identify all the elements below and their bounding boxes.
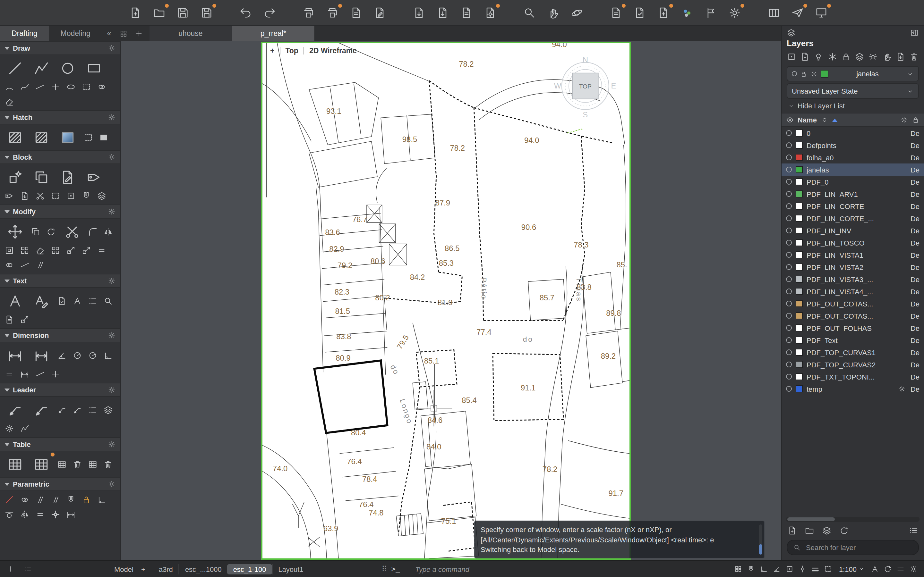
settings-icon[interactable]: [909, 565, 918, 573]
parallel-constraint-tool[interactable]: [49, 493, 62, 506]
layer-status-icon[interactable]: [786, 301, 792, 306]
layer-list-header[interactable]: Name: [782, 113, 924, 127]
move-tool[interactable]: [3, 221, 27, 242]
layer-visibility-icon[interactable]: [814, 52, 824, 61]
divide-tool[interactable]: [95, 80, 108, 93]
palette-tab-drafting[interactable]: Drafting: [0, 26, 49, 41]
linear-dimension-tool[interactable]: [3, 344, 27, 366]
layer-color-swatch[interactable]: [796, 349, 803, 356]
sort-arrows-icon[interactable]: [821, 116, 829, 124]
lineweight-display-icon[interactable]: [811, 565, 820, 573]
add-leader-tool[interactable]: [55, 403, 69, 416]
layer-row[interactable]: PDF_LIN_CORTEDe: [782, 200, 924, 212]
hide-layer-list-toggle[interactable]: Hide Layer List: [782, 99, 924, 113]
multileader-edit-tool[interactable]: [29, 399, 53, 421]
attribute-manager-tool[interactable]: [81, 166, 106, 188]
object-snap-tracking-icon[interactable]: [798, 565, 807, 573]
diameter-dimension-tool[interactable]: [86, 348, 99, 362]
layer-status-icon[interactable]: [786, 374, 792, 380]
scale-tool[interactable]: [79, 243, 93, 257]
layer-row[interactable]: 0De: [782, 127, 924, 139]
section-settings-icon[interactable]: [108, 332, 115, 339]
layout-tab[interactable]: esc_1-100: [228, 564, 272, 574]
layer-color-swatch[interactable]: [796, 288, 803, 295]
bold-building-outline[interactable]: [314, 361, 388, 433]
tangent-constraint-tool[interactable]: [3, 508, 16, 521]
application-options-button[interactable]: [726, 4, 743, 21]
layer-row[interactable]: PDF_TextDe: [782, 334, 924, 346]
offset-tool[interactable]: [3, 243, 16, 257]
line-tool[interactable]: [3, 57, 27, 79]
attach-reference-button[interactable]: [458, 4, 475, 21]
region-tool[interactable]: [79, 80, 93, 93]
radius-dimension-tool[interactable]: [71, 348, 84, 362]
layer-color-swatch[interactable]: [796, 227, 803, 234]
layer-freeze-icon[interactable]: [827, 52, 837, 61]
dimension-break-tool[interactable]: [33, 367, 47, 381]
define-attribute-tool[interactable]: [3, 189, 16, 203]
gradient-tool[interactable]: [55, 126, 79, 148]
layer-status-icon[interactable]: [786, 264, 792, 270]
mirror-tool[interactable]: [102, 225, 115, 238]
layer-status-icon[interactable]: [786, 167, 792, 172]
section-header-text[interactable]: Text: [0, 274, 120, 288]
fix-constraint-tool[interactable]: [49, 508, 62, 521]
layer-status-icon[interactable]: [786, 313, 792, 319]
file-tab[interactable]: uhouse: [150, 26, 232, 41]
open-file-button[interactable]: [151, 4, 168, 21]
new-group-filter-icon[interactable]: [804, 526, 814, 535]
compass-east[interactable]: E: [611, 81, 616, 90]
perpendicular-constraint-tool[interactable]: [95, 493, 108, 506]
layer-color-swatch[interactable]: [796, 203, 803, 210]
adjust-tool[interactable]: [64, 189, 78, 203]
multiline-text-tool[interactable]: [3, 290, 27, 311]
delete-layer-icon[interactable]: [909, 52, 919, 61]
layer-color-swatch[interactable]: [796, 239, 803, 246]
snap-mode-icon[interactable]: [747, 565, 756, 573]
layer-lock-icon[interactable]: [841, 52, 851, 61]
section-settings-icon[interactable]: [108, 208, 115, 215]
symmetric-constraint-tool[interactable]: [18, 508, 31, 521]
layer-status-icon[interactable]: [786, 215, 792, 221]
clip-tool[interactable]: [33, 189, 47, 203]
transparency-icon[interactable]: [824, 565, 833, 573]
layer-row[interactable]: PDF_OUT_COTAS...De: [782, 309, 924, 322]
wipeout-tool[interactable]: [3, 95, 16, 108]
stretch-tool[interactable]: [64, 243, 78, 257]
pan-button[interactable]: [545, 4, 561, 21]
layer-row[interactable]: PDF_LIN_VISTA3_...De: [782, 273, 924, 285]
layer-row[interactable]: PDF_LIN_CORTE_...De: [782, 212, 924, 224]
insert-column-tool[interactable]: [86, 458, 99, 471]
scrollbar-thumb[interactable]: [759, 544, 762, 554]
coincident-constraint-tool[interactable]: [18, 493, 31, 506]
layer-color-swatch[interactable]: [796, 337, 803, 343]
point-tool[interactable]: [49, 80, 62, 93]
file-tabs-menu-button[interactable]: [116, 26, 132, 41]
copy-tool[interactable]: [29, 225, 42, 238]
layer-row[interactable]: tempDe: [782, 383, 924, 395]
layer-color-swatch[interactable]: [796, 190, 803, 197]
layout-tab[interactable]: Layout1: [272, 564, 309, 574]
aligned-dimension-tool[interactable]: [29, 344, 53, 366]
infer-constraints-tool[interactable]: [3, 493, 16, 506]
layer-status-icon[interactable]: [786, 191, 792, 197]
graphics-performance-button[interactable]: [813, 4, 830, 21]
scrollbar-thumb[interactable]: [787, 517, 835, 521]
share-drawing-button[interactable]: [789, 4, 806, 21]
save-all-button[interactable]: [198, 4, 215, 21]
layer-status-icon[interactable]: [786, 350, 792, 355]
layer-color-swatch[interactable]: [796, 324, 803, 332]
column-settings-icon[interactable]: [909, 526, 918, 535]
layer-row[interactable]: PDF_TOP_CURVAS1De: [782, 346, 924, 358]
angular-dimension-tool[interactable]: [55, 348, 69, 362]
freeze-column-icon[interactable]: [900, 116, 908, 124]
new-drawing-tab-button[interactable]: [132, 26, 147, 41]
lock-column-icon[interactable]: [912, 116, 919, 124]
array-tool[interactable]: [18, 243, 31, 257]
find-replace-tool[interactable]: [102, 294, 115, 308]
page-setup-button[interactable]: [348, 4, 365, 21]
attach-tool[interactable]: [18, 189, 31, 203]
section-header-dimension[interactable]: Dimension: [0, 328, 120, 342]
compass-west[interactable]: W: [554, 81, 561, 90]
layer-state-dropdown[interactable]: Unsaved Layer State: [787, 83, 919, 99]
